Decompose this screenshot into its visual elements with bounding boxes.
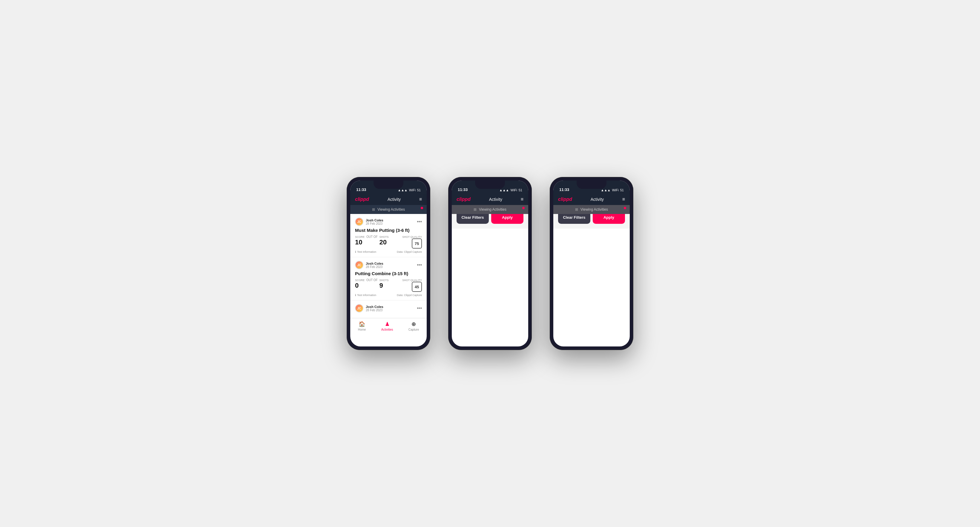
nav-icon-home: 🏠 bbox=[359, 321, 365, 327]
filter-actions: Clear Filters Apply bbox=[558, 214, 625, 224]
activity-item-0: JC Josh Coles 28 Feb 2023 ••• Must Make … bbox=[350, 214, 427, 257]
user-info-2: JC Josh Coles 28 Feb 2023 bbox=[355, 304, 383, 313]
logo-0: clippd bbox=[355, 197, 369, 202]
notch-1 bbox=[475, 181, 505, 189]
avatar-0: JC bbox=[355, 217, 363, 226]
user-details-2: Josh Coles 28 Feb 2023 bbox=[366, 305, 383, 312]
app-header-2: clippd Activity ≡ bbox=[553, 194, 630, 205]
phones-container: 11:33 ▲▲▲ WiFi 51 clippd Activity ≡ ⊞ Vi… bbox=[347, 177, 633, 350]
filter-actions: Clear Filters Apply bbox=[457, 214, 523, 224]
app-header-0: clippd Activity ≡ bbox=[350, 194, 427, 205]
wifi-icon-1: WiFi bbox=[511, 188, 517, 192]
more-options-0[interactable]: ••• bbox=[417, 219, 422, 224]
score-value-0: 10 bbox=[355, 238, 364, 246]
apply-button[interactable]: Apply bbox=[593, 214, 625, 224]
data-source-1: Data: Clippd Capture bbox=[397, 294, 422, 297]
user-details-1: Josh Coles 28 Feb 2023 bbox=[366, 262, 383, 268]
signal-icon-0: ▲▲▲ bbox=[398, 188, 407, 192]
status-icons-0: ▲▲▲ WiFi 51 bbox=[398, 188, 421, 192]
shot-quality-label-1: Shot Quality bbox=[402, 279, 422, 282]
phone-inner-0: 11:33 ▲▲▲ WiFi 51 clippd Activity ≡ ⊞ Vi… bbox=[350, 181, 427, 346]
logo-2: clippd bbox=[558, 197, 572, 202]
bottom-nav: 🏠 Home ♟ Activities ⊕ Capture bbox=[350, 318, 427, 335]
viewing-banner-text-0: Viewing Activities bbox=[377, 207, 405, 211]
app-header-1: clippd Activity ≡ bbox=[452, 194, 528, 205]
nav-icon-capture: ⊕ bbox=[412, 321, 416, 327]
filter-icon-1: ⊞ bbox=[474, 207, 477, 211]
nav-item-capture[interactable]: ⊕ Capture bbox=[409, 321, 419, 331]
viewing-banner-2: ⊞ Viewing Activities bbox=[553, 205, 630, 214]
status-time-0: 11:33 bbox=[356, 187, 366, 192]
notification-dot-2 bbox=[624, 207, 626, 209]
clear-filters-button[interactable]: Clear Filters bbox=[558, 214, 590, 224]
activity-name-1: Putting Combine (3-15 ft) bbox=[355, 271, 422, 276]
nav-item-activities[interactable]: ♟ Activities bbox=[381, 321, 393, 331]
viewing-banner-text-2: Viewing Activities bbox=[581, 207, 608, 211]
nav-item-home[interactable]: 🏠 Home bbox=[358, 321, 366, 331]
phone-1: 11:33 ▲▲▲ WiFi 51 clippd Activity ≡ ⊞ Vi… bbox=[347, 177, 430, 350]
app-title-2: Activity bbox=[591, 197, 604, 202]
user-details-0: Josh Coles 28 Feb 2023 bbox=[366, 218, 383, 225]
out-of-1: OUT OF bbox=[366, 278, 378, 282]
battery-icon-1: 51 bbox=[519, 188, 522, 192]
status-icons-2: ▲▲▲ WiFi 51 bbox=[601, 188, 624, 192]
more-options-2[interactable]: ••• bbox=[417, 306, 422, 311]
activity-name-0: Must Make Putting (3-6 ft) bbox=[355, 228, 422, 233]
user-date-0: 28 Feb 2023 bbox=[366, 222, 383, 225]
activity-header-2: JC Josh Coles 28 Feb 2023 ••• bbox=[355, 304, 422, 313]
signal-icon-1: ▲▲▲ bbox=[499, 188, 509, 192]
phone-inner-1: 11:33 ▲▲▲ WiFi 51 clippd Activity ≡ ⊞ Vi… bbox=[452, 181, 528, 346]
filter-icon-0: ⊞ bbox=[372, 207, 375, 211]
more-options-1[interactable]: ••• bbox=[417, 262, 422, 268]
shots-value-0: 20 bbox=[380, 238, 389, 246]
avatar-1: JC bbox=[355, 261, 363, 269]
status-time-1: 11:33 bbox=[458, 187, 468, 192]
apply-button[interactable]: Apply bbox=[491, 214, 523, 224]
menu-icon-0[interactable]: ≡ bbox=[419, 197, 422, 202]
user-name-2: Josh Coles bbox=[366, 305, 383, 309]
shots-label-1: Shots bbox=[380, 279, 389, 282]
viewing-banner-1: ⊞ Viewing Activities bbox=[452, 205, 528, 214]
shots-label-0: Shots bbox=[380, 235, 389, 238]
phone-3: 11:33 ▲▲▲ WiFi 51 clippd Activity ≡ ⊞ Vi… bbox=[550, 177, 633, 350]
activity-header-0: JC Josh Coles 28 Feb 2023 ••• bbox=[355, 217, 422, 226]
test-info-1: ℹ Test Information bbox=[355, 294, 376, 297]
menu-icon-2[interactable]: ≡ bbox=[622, 197, 625, 202]
nav-label-home: Home bbox=[358, 328, 366, 331]
notification-dot-1 bbox=[522, 207, 525, 209]
menu-icon-1[interactable]: ≡ bbox=[521, 197, 523, 202]
score-value-1: 0 bbox=[355, 282, 364, 289]
battery-icon-0: 51 bbox=[417, 188, 421, 192]
signal-icon-2: ▲▲▲ bbox=[601, 188, 611, 192]
nav-label-activities: Activities bbox=[381, 328, 393, 331]
shots-value-1: 9 bbox=[380, 282, 389, 289]
filter-icon-2: ⊞ bbox=[575, 207, 578, 211]
wifi-icon-0: WiFi bbox=[409, 188, 416, 192]
data-source-0: Data: Clippd Capture bbox=[397, 250, 422, 253]
nav-icon-activities: ♟ bbox=[385, 321, 390, 327]
user-info-0: JC Josh Coles 28 Feb 2023 bbox=[355, 217, 383, 226]
notch-0 bbox=[374, 181, 403, 189]
status-icons-1: ▲▲▲ WiFi 51 bbox=[499, 188, 522, 192]
viewing-banner-text-1: Viewing Activities bbox=[479, 207, 506, 211]
filter-modal: Filter ✕ Show RoundsPractice Drills Prac… bbox=[553, 214, 630, 229]
notch-2 bbox=[577, 181, 606, 189]
activity-item-1: JC Josh Coles 28 Feb 2023 ••• Putting Co… bbox=[350, 257, 427, 300]
score-label-0: Score bbox=[355, 235, 364, 238]
wifi-icon-2: WiFi bbox=[612, 188, 619, 192]
activity-item-2: JC Josh Coles 28 Feb 2023 ••• bbox=[350, 300, 427, 318]
status-time-2: 11:33 bbox=[559, 187, 569, 192]
user-date-1: 28 Feb 2023 bbox=[366, 265, 383, 268]
app-title-0: Activity bbox=[388, 197, 401, 202]
activity-footer-1: ℹ Test Information Data: Clippd Capture bbox=[355, 294, 422, 297]
clear-filters-button[interactable]: Clear Filters bbox=[457, 214, 489, 224]
out-of-0: OUT OF bbox=[366, 235, 378, 238]
battery-icon-2: 51 bbox=[620, 188, 624, 192]
test-info-0: ℹ Test Information bbox=[355, 250, 376, 253]
phone-inner-2: 11:33 ▲▲▲ WiFi 51 clippd Activity ≡ ⊞ Vi… bbox=[553, 181, 630, 346]
viewing-banner-0: ⊞ Viewing Activities bbox=[350, 205, 427, 214]
shot-quality-label-0: Shot Quality bbox=[402, 235, 422, 238]
nav-label-capture: Capture bbox=[409, 328, 419, 331]
avatar-2: JC bbox=[355, 304, 363, 313]
user-name-0: Josh Coles bbox=[366, 218, 383, 222]
